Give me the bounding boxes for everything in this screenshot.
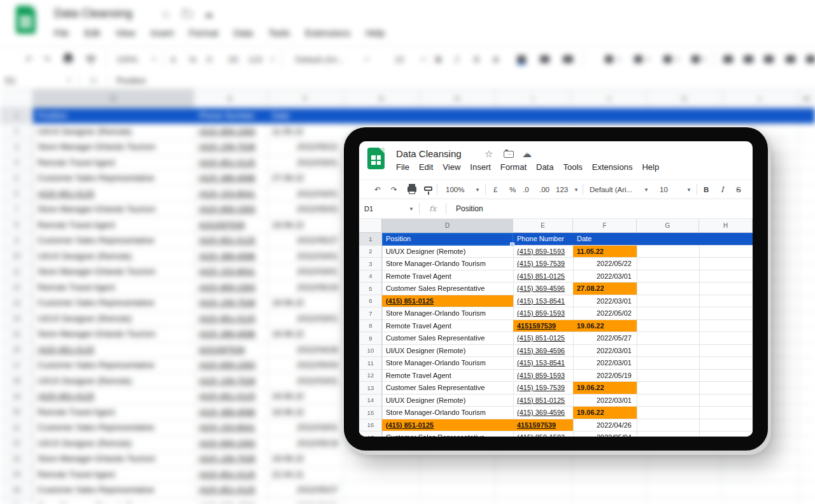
cell[interactable]: Customer Sales Representative	[382, 382, 513, 394]
cell[interactable]: Remote Travel Agent	[382, 270, 513, 283]
header-cell[interactable]: Date	[577, 233, 637, 245]
row-header-1[interactable]: 1	[0, 108, 33, 123]
cell[interactable]: (415) 159-7539	[194, 139, 267, 155]
increase-decimal-button[interactable]: .00	[539, 186, 549, 193]
text-rotation-button[interactable]	[691, 55, 700, 63]
header-cell[interactable]: Position	[38, 108, 194, 123]
cell[interactable]: Customer Sales Representative	[33, 295, 194, 311]
cell[interactable]: 11.05.22	[573, 246, 637, 258]
font-size-select[interactable]: 10	[660, 186, 668, 193]
row-header-9[interactable]: 9	[0, 233, 33, 248]
chevron-down-icon[interactable]: ▼	[270, 56, 275, 62]
cell[interactable]: 19.06.22	[267, 295, 344, 311]
cell[interactable]: (415) 369-4596	[194, 498, 267, 504]
cell[interactable]: (415) 369-4596	[194, 171, 267, 186]
cell[interactable]: Remote Travel Agent	[33, 280, 194, 295]
font-size-select[interactable]: 10	[395, 54, 404, 64]
number-format-button[interactable]: 123	[248, 54, 262, 64]
row-header-20[interactable]: 20	[0, 405, 33, 420]
menu-item-format[interactable]: Format	[189, 28, 218, 38]
cell[interactable]: (415) 851-0125	[33, 389, 194, 404]
cell[interactable]: 2022/05/22	[573, 258, 637, 270]
chevron-down-icon[interactable]: ▼	[66, 77, 71, 83]
row-header-15[interactable]: 15	[359, 407, 382, 419]
cell[interactable]: (415) 159-7539	[194, 451, 267, 466]
cell[interactable]: Remote Travel Agent	[382, 370, 513, 382]
cell[interactable]: 2022/03/01	[573, 395, 637, 407]
name-box[interactable]: D1	[5, 75, 16, 85]
cell[interactable]: (415) 851-0125	[513, 395, 573, 407]
column-header-k[interactable]: K	[647, 89, 723, 108]
chevron-down-icon[interactable]: ▼	[420, 56, 425, 62]
cell[interactable]: (415) 369-4596	[513, 345, 573, 357]
cell[interactable]: (415) 153-8541	[513, 357, 573, 369]
row-header-2[interactable]: 2	[0, 124, 33, 139]
cell[interactable]: UI/UX Designer (Remote)	[33, 124, 194, 139]
row-header-3[interactable]: 3	[359, 258, 382, 270]
cell[interactable]: (415) 859-1593	[513, 307, 573, 319]
strikethrough-button[interactable]: S	[736, 186, 741, 193]
cell[interactable]: (415) 369-4596	[194, 405, 267, 420]
cell[interactable]: Customer Sales Representative	[33, 171, 194, 186]
menu-item-edit[interactable]: Edit	[84, 28, 100, 38]
cell[interactable]: (415) 369-4596	[513, 407, 573, 419]
cell[interactable]: 2022/05/02	[573, 307, 637, 319]
cell[interactable]: 19.06.22	[267, 389, 344, 404]
fill-color-button[interactable]	[517, 55, 526, 63]
decrease-decimal-button[interactable]: .0	[205, 54, 212, 64]
bold-button[interactable]: B	[704, 186, 709, 193]
redo-icon[interactable]: ↷	[391, 185, 397, 194]
chevron-down-icon[interactable]: ▼	[475, 186, 480, 192]
cell[interactable]: 19.06.22	[573, 407, 637, 419]
text-color-button[interactable]: A	[493, 54, 499, 64]
cell[interactable]: 19.06.22	[573, 320, 637, 332]
cell[interactable]: Customer Sales Representative	[33, 482, 194, 498]
menu-item-edit[interactable]: Edit	[419, 162, 433, 172]
menu-item-insert[interactable]: Insert	[470, 162, 491, 172]
header-cell[interactable]: Phone Number	[199, 108, 267, 123]
italic-button[interactable]: I	[455, 54, 458, 64]
column-header-d[interactable]: D	[382, 219, 513, 232]
cell[interactable]: 2022/05/19	[573, 370, 637, 382]
cell[interactable]: (415) 153-8541	[194, 186, 267, 202]
row-header-17[interactable]: 17	[359, 431, 382, 437]
cell[interactable]: UI/UX Designer (Remote)	[382, 246, 513, 258]
menu-item-format[interactable]: Format	[500, 162, 527, 172]
document-title[interactable]: Data Cleansing	[396, 148, 462, 159]
row-header-1[interactable]: 1	[359, 233, 382, 245]
cell[interactable]: (415) 159-7539	[513, 382, 573, 394]
cell[interactable]: 11.05.22	[267, 124, 344, 139]
cell[interactable]: 19.06.22	[267, 326, 344, 342]
increase-decimal-button[interactable]: .00	[227, 54, 238, 64]
menu-item-file[interactable]: File	[54, 28, 69, 38]
row-header-11[interactable]: 11	[359, 357, 382, 369]
cell[interactable]: 19.06.22	[267, 218, 344, 233]
strikethrough-button[interactable]: S	[474, 54, 479, 64]
cell[interactable]: Remote Travel Agent	[382, 320, 513, 332]
row-header-26[interactable]: 26	[0, 498, 33, 504]
move-to-folder-icon[interactable]	[504, 151, 514, 158]
vertical-align-button[interactable]	[634, 55, 642, 63]
cell[interactable]: 2022/03/01	[573, 295, 637, 307]
cell[interactable]: 2022/03/01	[573, 345, 637, 357]
currency-format-button[interactable]: £	[493, 186, 497, 193]
column-header-e[interactable]: E	[194, 89, 267, 108]
percent-format-button[interactable]: %	[509, 186, 516, 193]
row-header-23[interactable]: 23	[0, 451, 33, 466]
row-header-14[interactable]: 14	[0, 311, 33, 326]
italic-button[interactable]: I	[721, 185, 724, 194]
menu-item-data[interactable]: Data	[536, 162, 553, 172]
row-header-17[interactable]: 17	[0, 358, 33, 373]
row-header-4[interactable]: 4	[0, 155, 33, 171]
cell[interactable]: Remote Travel Agent	[33, 155, 194, 171]
row-header-10[interactable]: 10	[0, 249, 33, 264]
cell[interactable]: (415) 851-0125	[194, 467, 267, 482]
cell[interactable]: 2022/05/27	[267, 233, 344, 248]
cell[interactable]: (415) 851-0125	[194, 155, 267, 171]
cell[interactable]: Customer Sales Representative	[33, 358, 194, 373]
cell[interactable]: 2022/03/01	[267, 249, 344, 264]
cell[interactable]: Remote Travel Agent	[33, 218, 194, 233]
cell[interactable]: (415) 851-0125	[513, 270, 573, 283]
cell[interactable]: Store Manager-Orlando Tourism	[33, 202, 194, 217]
cell[interactable]: (415) 851-0125	[194, 311, 267, 326]
